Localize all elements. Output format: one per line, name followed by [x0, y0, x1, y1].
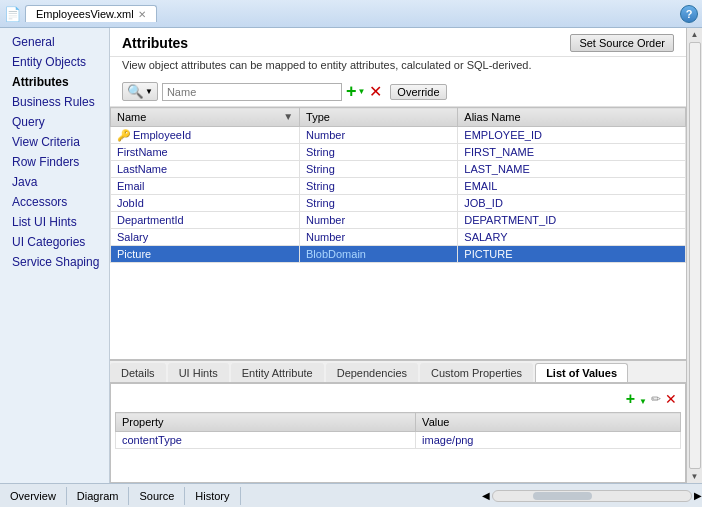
footer-tab-source[interactable]: Source: [129, 487, 185, 505]
attr-alias-cell: EMPLOYEE_ID: [458, 127, 686, 144]
bottom-toolbar: + ▼ ✏ ✕: [115, 388, 681, 412]
attr-alias-cell: FIRST_NAME: [458, 144, 686, 161]
search-icon: 🔍: [127, 84, 144, 99]
lov-table: Property Value contentTypeimage/png: [115, 412, 681, 449]
scroll-down-button[interactable]: ▼: [691, 470, 699, 483]
col-header-alias: Alias Name: [458, 108, 686, 127]
attr-name-cell: LastName: [111, 161, 300, 178]
right-scrollbar[interactable]: ▲ ▼: [686, 28, 702, 483]
attr-title: Attributes: [122, 35, 188, 51]
attr-type-cell: String: [300, 144, 458, 161]
attr-alias-cell: JOB_ID: [458, 195, 686, 212]
tab-custom-properties[interactable]: Custom Properties: [420, 363, 533, 382]
attr-name-cell: Email: [111, 178, 300, 195]
lov-table-body: contentTypeimage/png: [116, 432, 681, 449]
lov-property-cell: contentType: [116, 432, 416, 449]
title-tab[interactable]: EmployeesView.xml ✕: [25, 5, 157, 22]
attr-name-cell: FirstName: [111, 144, 300, 161]
tab-dependencies[interactable]: Dependencies: [326, 363, 418, 382]
attr-type-cell: Number: [300, 127, 458, 144]
tab-list-of-values[interactable]: List of Values: [535, 363, 628, 382]
close-tab-button[interactable]: ✕: [138, 9, 146, 20]
table-header-row: Name ▼ Type Alias Name: [111, 108, 686, 127]
footer-tab-overview[interactable]: Overview: [0, 487, 67, 505]
attr-name-cell: DepartmentId: [111, 212, 300, 229]
nav-item-row-finders[interactable]: Row Finders: [0, 152, 109, 172]
footer-tab-diagram[interactable]: Diagram: [67, 487, 130, 505]
footer-bar: OverviewDiagramSourceHistory ◀ ▶: [0, 483, 702, 507]
nav-item-java[interactable]: Java: [0, 172, 109, 192]
search-button[interactable]: 🔍 ▼: [122, 82, 158, 101]
attr-name-cell: JobId: [111, 195, 300, 212]
attr-type-cell: String: [300, 161, 458, 178]
table-row[interactable]: DepartmentIdNumberDEPARTMENT_ID: [111, 212, 686, 229]
delete-lov-button[interactable]: ✕: [665, 390, 677, 408]
tab-entity-attribute[interactable]: Entity Attribute: [231, 363, 324, 382]
attr-type-cell: String: [300, 178, 458, 195]
attributes-table-body: 🔑EmployeeIdNumberEMPLOYEE_IDFirstNameStr…: [111, 127, 686, 263]
delete-lov-icon: ✕: [665, 391, 677, 407]
attr-alias-cell: EMAIL: [458, 178, 686, 195]
attr-alias-cell: SALARY: [458, 229, 686, 246]
tab-details[interactable]: Details: [110, 363, 166, 382]
nav-item-business-rules[interactable]: Business Rules: [0, 92, 109, 112]
h-scroll-track[interactable]: [492, 490, 692, 502]
lov-col-value: Value: [416, 413, 681, 432]
nav-item-query[interactable]: Query: [0, 112, 109, 132]
key-icon: 🔑: [117, 130, 131, 140]
nav-item-list-ui-hints[interactable]: List UI Hints: [0, 212, 109, 232]
nav-item-service-shaping[interactable]: Service Shaping: [0, 252, 109, 272]
nav-item-attributes[interactable]: Attributes: [0, 72, 109, 92]
footer-tab-history[interactable]: History: [185, 487, 240, 505]
left-nav: GeneralEntity ObjectsAttributesBusiness …: [0, 28, 110, 483]
right-content: Attributes Set Source Order View object …: [110, 28, 686, 483]
attr-alias-cell: DEPARTMENT_ID: [458, 212, 686, 229]
footer-scroll[interactable]: ◀ ▶: [482, 490, 702, 502]
set-source-order-button[interactable]: Set Source Order: [570, 34, 674, 52]
col-header-type: Type: [300, 108, 458, 127]
nav-item-view-criteria[interactable]: View Criteria: [0, 132, 109, 152]
override-button[interactable]: Override: [390, 84, 446, 100]
lov-value-cell: image/png: [416, 432, 681, 449]
table-row[interactable]: SalaryNumberSALARY: [111, 229, 686, 246]
nav-item-general[interactable]: General: [0, 32, 109, 52]
table-row[interactable]: FirstNameStringFIRST_NAME: [111, 144, 686, 161]
attr-alias-cell: LAST_NAME: [458, 161, 686, 178]
h-scroll-thumb: [533, 492, 592, 500]
attributes-table-container[interactable]: Name ▼ Type Alias Name 🔑EmployeeIdNumber…: [110, 107, 686, 360]
title-bar: 📄 EmployeesView.xml ✕ ?: [0, 0, 702, 28]
add-attribute-button[interactable]: + ▼: [346, 81, 365, 102]
lov-col-property: Property: [116, 413, 416, 432]
delete-attribute-button[interactable]: ✕: [369, 82, 382, 101]
table-row[interactable]: 🔑EmployeeIdNumberEMPLOYEE_ID: [111, 127, 686, 144]
scroll-left-button[interactable]: ◀: [482, 490, 490, 501]
table-row[interactable]: PictureBlobDomainPICTURE: [111, 246, 686, 263]
tab-ui-hints[interactable]: UI Hints: [168, 363, 229, 382]
lov-row: contentTypeimage/png: [116, 432, 681, 449]
tab-filename: EmployeesView.xml: [36, 8, 134, 20]
search-input[interactable]: [162, 83, 342, 101]
nav-item-ui-categories[interactable]: UI Categories: [0, 232, 109, 252]
help-button[interactable]: ?: [680, 5, 698, 23]
attr-header: Attributes Set Source Order: [110, 28, 686, 57]
edit-lov-button[interactable]: ✏: [651, 390, 661, 408]
table-row[interactable]: LastNameStringLAST_NAME: [111, 161, 686, 178]
attributes-table: Name ▼ Type Alias Name 🔑EmployeeIdNumber…: [110, 107, 686, 263]
add-icon: +: [346, 81, 357, 102]
table-row[interactable]: EmailStringEMAIL: [111, 178, 686, 195]
scroll-track[interactable]: [689, 42, 701, 469]
nav-item-entity-objects[interactable]: Entity Objects: [0, 52, 109, 72]
add-lov-icon: +: [626, 390, 635, 407]
bottom-content: + ▼ ✏ ✕ Property Value: [110, 383, 686, 483]
scroll-up-button[interactable]: ▲: [691, 28, 699, 41]
table-row[interactable]: JobIdStringJOB_ID: [111, 195, 686, 212]
scroll-right-button[interactable]: ▶: [694, 490, 702, 501]
attr-type-cell: Number: [300, 229, 458, 246]
attr-type-cell: BlobDomain: [300, 246, 458, 263]
add-lov-button[interactable]: + ▼: [626, 390, 647, 408]
lov-header-row: Property Value: [116, 413, 681, 432]
search-dropdown-icon: ▼: [145, 87, 153, 96]
col-header-name: Name ▼: [111, 108, 300, 127]
search-bar: 🔍 ▼ + ▼ ✕ Override: [110, 77, 686, 107]
nav-item-accessors[interactable]: Accessors: [0, 192, 109, 212]
